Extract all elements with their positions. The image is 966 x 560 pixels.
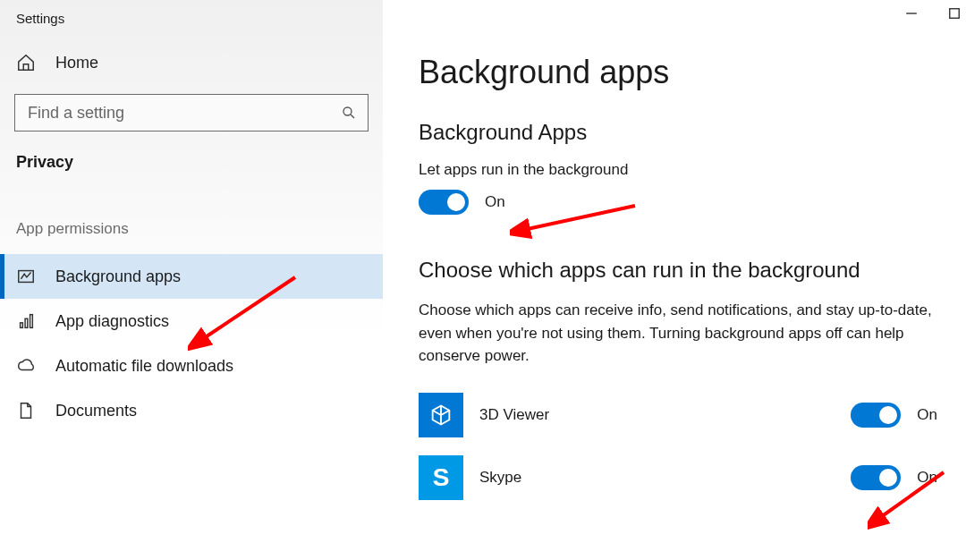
svg-line-3 [351,115,354,118]
window-controls [903,5,962,21]
master-toggle-row: On [419,190,937,215]
section-label-privacy: Privacy [0,148,383,193]
skype-icon: S [419,455,463,500]
app-list: 3D Viewer On S Skype On [419,393,937,500]
master-toggle-description: Let apps run in the background [419,161,937,179]
sidebar-item-app-diagnostics[interactable]: App diagnostics [0,299,383,344]
svg-rect-7 [30,315,33,328]
choose-section-title: Choose which apps can run in the backgro… [419,258,937,283]
page-title: Background apps [419,54,937,91]
home-link[interactable]: Home [0,44,383,87]
app-row-3d-viewer: 3D Viewer On [419,393,937,437]
toggle-knob [879,406,897,424]
master-toggle[interactable] [419,190,469,215]
app-toggle-3d-viewer[interactable] [851,403,901,428]
choose-description: Choose which apps can receive info, send… [419,299,937,368]
window-title: Settings [0,4,383,44]
search-icon [341,105,357,121]
toggle-knob [879,469,897,487]
master-toggle-state-label: On [485,193,505,211]
app-row-skype: S Skype On [419,455,937,500]
sidebar-item-automatic-file-downloads[interactable]: Automatic file downloads [0,344,383,388]
subsection-label-app-permissions: App permissions [0,193,383,254]
sidebar-item-label: Automatic file downloads [55,357,233,376]
svg-rect-1 [950,9,960,19]
svg-rect-6 [25,318,28,327]
sidebar-item-label: App diagnostics [55,312,169,331]
app-toggle-state-label: On [917,406,937,424]
app-name-label: Skype [479,469,835,487]
sidebar: Settings Home Privacy App permissions Ba… [0,0,383,560]
app-toggle-skype[interactable] [851,465,901,490]
sidebar-item-documents[interactable]: Documents [0,388,383,433]
main-panel: Background apps Background Apps Let apps… [383,0,966,560]
app-name-label: 3D Viewer [479,406,835,424]
search-input[interactable] [28,104,341,123]
sidebar-item-label: Background apps [55,267,181,286]
search-box[interactable] [14,94,369,132]
app-diagnostics-icon [16,311,36,331]
minimize-button[interactable] [903,5,919,21]
master-section-title: Background Apps [419,120,937,145]
sidebar-item-label: Documents [55,402,137,420]
cloud-download-icon [16,356,36,376]
background-apps-icon [16,267,36,286]
svg-rect-5 [21,323,23,328]
search-container [14,94,369,132]
3d-viewer-icon [419,393,463,437]
toggle-knob [447,193,465,211]
home-label: Home [55,54,98,72]
document-icon [16,401,36,420]
maximize-button[interactable] [946,5,962,21]
app-toggle-state-label: On [917,469,937,487]
home-icon [16,53,36,72]
svg-point-2 [343,107,352,115]
sidebar-item-background-apps[interactable]: Background apps [0,254,383,299]
